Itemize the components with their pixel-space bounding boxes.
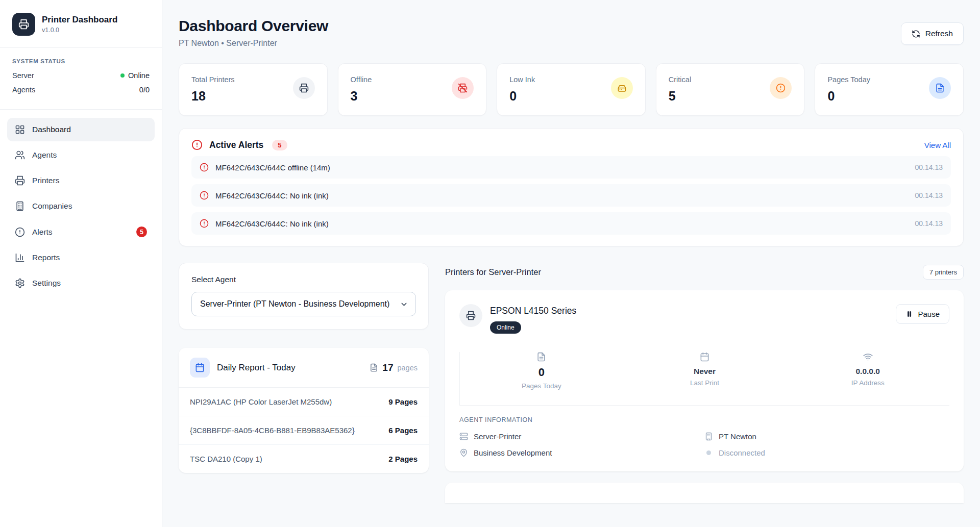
alert-row[interactable]: MF642C/643C/644C: No ink (ink) 00.14.13 bbox=[191, 212, 951, 235]
calendar-icon bbox=[190, 358, 210, 378]
report-total-pages: 17 bbox=[382, 362, 393, 373]
pstat-value: 0.0.0.0 bbox=[786, 367, 949, 376]
refresh-button[interactable]: Refresh bbox=[901, 22, 964, 45]
report-printer-pages: 2 Pages bbox=[388, 455, 418, 463]
sidebar: Printer Dashboard v1.0.0 SYSTEM STATUS S… bbox=[0, 0, 162, 527]
server-icon bbox=[459, 432, 468, 441]
sidebar-item-label: Printers bbox=[32, 176, 147, 185]
alert-time: 00.14.13 bbox=[915, 219, 943, 228]
sidebar-item-alerts[interactable]: Alerts 5 bbox=[7, 220, 155, 244]
pstat-label: Pages Today bbox=[460, 382, 623, 390]
agent-info-department: Business Development bbox=[459, 448, 704, 457]
system-status: SYSTEM STATUS Server Online Agents 0/0 bbox=[0, 48, 162, 109]
report-printer-name: NPI29A1AC (HP Color LaserJet M255dw) bbox=[190, 397, 332, 406]
file-text-icon bbox=[370, 363, 378, 372]
server-status-value: Online bbox=[128, 71, 150, 80]
alert-time: 00.14.13 bbox=[915, 163, 943, 171]
stat-label: Offline bbox=[351, 76, 372, 84]
pstat-value: Never bbox=[623, 367, 787, 376]
alerts-count-badge: 5 bbox=[136, 227, 147, 237]
pstat-label: Last Print bbox=[623, 379, 787, 387]
report-printer-pages: 9 Pages bbox=[388, 397, 418, 406]
pstat-last-print: Never Last Print bbox=[623, 352, 787, 390]
status-dot-icon bbox=[706, 450, 711, 455]
refresh-label: Refresh bbox=[925, 29, 953, 38]
sidebar-item-label: Agents bbox=[32, 150, 147, 160]
printer-icon bbox=[293, 77, 315, 99]
agents-status-row: Agents 0/0 bbox=[12, 86, 150, 94]
agent-select-dropdown[interactable]: Server-Printer (PT Newton - Business Dev… bbox=[191, 292, 416, 316]
report-printer-name: TSC DA210 (Copy 1) bbox=[190, 455, 262, 463]
sidebar-item-label: Alerts bbox=[32, 228, 129, 237]
report-row: TSC DA210 (Copy 1) 2 Pages bbox=[179, 445, 429, 473]
report-printer-name: {3C8BBFDF-8A05-4CB6-B881-EB9B83AE5362} bbox=[190, 426, 355, 435]
sidebar-item-settings[interactable]: Settings bbox=[7, 271, 155, 295]
report-row: {3C8BBFDF-8A05-4CB6-B881-EB9B83AE5362} 6… bbox=[179, 416, 429, 445]
pause-button[interactable]: Pause bbox=[896, 304, 949, 324]
stat-label: Low Ink bbox=[509, 76, 535, 84]
building-icon bbox=[704, 432, 713, 441]
wifi-icon bbox=[786, 352, 949, 362]
agent-info-company: PT Newton bbox=[704, 432, 949, 441]
stat-card-low-ink: Low Ink 0 bbox=[497, 63, 646, 116]
alert-message: MF642C/643C/644C offline (14m) bbox=[215, 163, 909, 172]
file-text-icon bbox=[929, 77, 951, 99]
printer-icon bbox=[15, 175, 25, 186]
server-status-row: Server Online bbox=[12, 71, 150, 80]
sidebar-item-agents[interactable]: Agents bbox=[7, 143, 155, 167]
view-all-link[interactable]: View All bbox=[924, 141, 951, 149]
main-content: Dashboard Overview PT Newton • Server-Pr… bbox=[162, 0, 980, 527]
pause-label: Pause bbox=[918, 310, 940, 318]
calendar-icon bbox=[623, 352, 787, 362]
sidebar-item-printers[interactable]: Printers bbox=[7, 169, 155, 192]
alert-row[interactable]: MF642C/643C/644C: No ink (ink) 00.14.13 bbox=[191, 184, 951, 207]
stat-value: 5 bbox=[669, 89, 691, 104]
gear-icon bbox=[15, 278, 25, 288]
printer-logo-icon bbox=[12, 13, 35, 36]
server-label: Server bbox=[12, 71, 34, 80]
printer-icon bbox=[459, 304, 482, 327]
map-pin-icon bbox=[459, 448, 468, 457]
app-brand: Printer Dashboard v1.0.0 bbox=[0, 0, 162, 47]
stat-value: 0 bbox=[509, 89, 535, 104]
printer-name: EPSON L4150 Series bbox=[490, 304, 576, 316]
chevron-down-icon bbox=[400, 300, 408, 309]
alert-circle-icon bbox=[191, 139, 203, 150]
stat-value: 3 bbox=[351, 89, 372, 104]
printer-status-badge: Online bbox=[490, 321, 521, 334]
refresh-icon bbox=[912, 30, 920, 38]
stat-label: Critical bbox=[669, 76, 691, 84]
agent-information: AGENT INFORMATION Server-Printer bbox=[445, 406, 964, 458]
sidebar-item-label: Settings bbox=[32, 279, 147, 288]
alert-message: MF642C/643C/644C: No ink (ink) bbox=[215, 219, 909, 228]
stat-card-offline: Offline 3 bbox=[338, 63, 487, 116]
sidebar-item-dashboard[interactable]: Dashboard bbox=[7, 118, 155, 141]
sidebar-item-label: Reports bbox=[32, 253, 147, 262]
stat-card-pages-today: Pages Today 0 bbox=[815, 63, 964, 116]
stat-value: 0 bbox=[827, 89, 870, 104]
online-dot-icon bbox=[120, 73, 125, 78]
sidebar-item-reports[interactable]: Reports bbox=[7, 246, 155, 269]
alert-circle-icon bbox=[15, 227, 25, 237]
agent-info-heading: AGENT INFORMATION bbox=[459, 416, 949, 423]
daily-report-card: Daily Report - Today 17 pages NPI29A1AC … bbox=[179, 348, 429, 473]
alerts-title: Active Alerts bbox=[209, 140, 263, 150]
stat-card-critical: Critical 5 bbox=[656, 63, 805, 116]
department-text: Business Development bbox=[474, 448, 552, 457]
pstat-value: 0 bbox=[460, 366, 623, 379]
sidebar-item-companies[interactable]: Companies bbox=[7, 194, 155, 218]
alert-time: 00.14.13 bbox=[915, 191, 943, 199]
agent-info-connection: Disconnected bbox=[704, 448, 949, 457]
agent-select-value: Server-Printer (PT Newton - Business Dev… bbox=[200, 299, 397, 309]
agents-status-value: 0/0 bbox=[139, 86, 150, 94]
ink-cartridge-icon bbox=[611, 77, 633, 99]
agents-label: Agents bbox=[12, 86, 35, 94]
alert-message: MF642C/643C/644C: No ink (ink) bbox=[215, 191, 909, 200]
stat-label: Pages Today bbox=[827, 76, 870, 84]
stats-row: Total Printers 18 Offline 3 Low Ink 0 bbox=[179, 63, 964, 116]
report-printer-pages: 6 Pages bbox=[388, 426, 418, 435]
alert-row[interactable]: MF642C/643C/644C offline (14m) 00.14.13 bbox=[191, 156, 951, 179]
system-status-heading: SYSTEM STATUS bbox=[12, 58, 150, 64]
page-subtitle: PT Newton • Server-Printer bbox=[179, 39, 964, 48]
dashboard-icon bbox=[15, 124, 25, 135]
